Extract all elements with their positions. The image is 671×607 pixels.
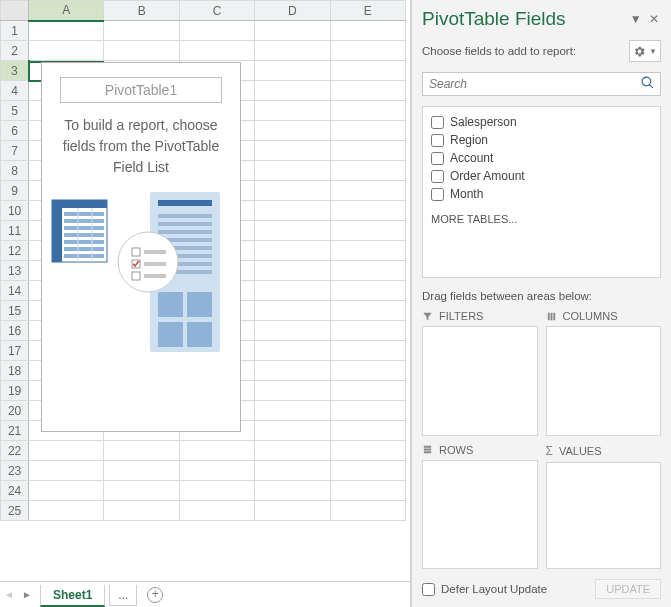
row-header[interactable]: 18 — [1, 361, 29, 381]
columns-dropzone[interactable] — [546, 326, 662, 436]
cell[interactable] — [330, 281, 405, 301]
field-search-box[interactable] — [422, 72, 661, 96]
cell[interactable] — [330, 421, 405, 441]
cell[interactable] — [330, 221, 405, 241]
cell[interactable] — [255, 381, 330, 401]
cell[interactable] — [330, 381, 405, 401]
cell[interactable] — [330, 401, 405, 421]
sheet-tab-active[interactable]: Sheet1 — [40, 585, 105, 607]
cell[interactable] — [255, 81, 330, 101]
cell[interactable] — [179, 501, 254, 521]
cell[interactable] — [255, 321, 330, 341]
col-header[interactable]: B — [104, 1, 179, 21]
cell[interactable] — [104, 441, 179, 461]
cell[interactable] — [330, 441, 405, 461]
cell[interactable] — [29, 481, 104, 501]
field-checkbox[interactable] — [431, 188, 444, 201]
cell[interactable] — [179, 21, 254, 41]
rows-dropzone[interactable] — [422, 460, 538, 570]
row-header[interactable]: 21 — [1, 421, 29, 441]
field-checkbox[interactable] — [431, 116, 444, 129]
search-icon[interactable] — [641, 76, 654, 92]
cell[interactable] — [29, 441, 104, 461]
cell[interactable] — [330, 181, 405, 201]
field-checkbox[interactable] — [431, 152, 444, 165]
tab-nav-prev-icon[interactable]: ◄ — [0, 589, 18, 600]
cell[interactable] — [29, 21, 104, 41]
cell[interactable] — [179, 481, 254, 501]
cell[interactable] — [255, 461, 330, 481]
row-header[interactable]: 6 — [1, 121, 29, 141]
row-header[interactable]: 23 — [1, 461, 29, 481]
cell[interactable] — [104, 481, 179, 501]
row-header[interactable]: 10 — [1, 201, 29, 221]
field-item[interactable]: Salesperson — [431, 113, 652, 131]
more-tables-link[interactable]: MORE TABLES... — [431, 213, 652, 225]
cell[interactable] — [255, 401, 330, 421]
new-sheet-button[interactable]: + — [147, 587, 163, 603]
cell[interactable] — [255, 501, 330, 521]
row-header[interactable]: 25 — [1, 501, 29, 521]
cell[interactable] — [255, 301, 330, 321]
search-input[interactable] — [429, 77, 641, 91]
cell[interactable] — [330, 41, 405, 61]
cell[interactable] — [255, 121, 330, 141]
cell[interactable] — [29, 501, 104, 521]
row-header[interactable]: 4 — [1, 81, 29, 101]
row-header[interactable]: 3 — [1, 61, 29, 81]
cell[interactable] — [104, 461, 179, 481]
col-header[interactable]: C — [179, 1, 254, 21]
defer-layout-checkbox[interactable]: Defer Layout Update — [422, 583, 547, 596]
filters-dropzone[interactable] — [422, 326, 538, 436]
cell[interactable] — [330, 141, 405, 161]
cell[interactable] — [330, 321, 405, 341]
cell[interactable] — [330, 81, 405, 101]
cell[interactable] — [255, 421, 330, 441]
cell[interactable] — [330, 101, 405, 121]
fields-layout-button[interactable]: ▼ — [629, 40, 661, 62]
row-header[interactable]: 22 — [1, 441, 29, 461]
cell[interactable] — [104, 501, 179, 521]
row-header[interactable]: 13 — [1, 261, 29, 281]
cell[interactable] — [330, 161, 405, 181]
col-header[interactable]: A — [29, 1, 104, 21]
field-item[interactable]: Month — [431, 185, 652, 203]
cell[interactable] — [255, 21, 330, 41]
cell[interactable] — [255, 101, 330, 121]
sheet-tab-overflow[interactable]: ... — [109, 585, 137, 606]
cell[interactable] — [255, 241, 330, 261]
pane-close-icon[interactable]: ✕ — [649, 12, 661, 26]
cell[interactable] — [255, 181, 330, 201]
cell[interactable] — [330, 241, 405, 261]
cell[interactable] — [104, 21, 179, 41]
cell[interactable] — [255, 441, 330, 461]
cell[interactable] — [255, 61, 330, 81]
cell[interactable] — [255, 161, 330, 181]
row-header[interactable]: 8 — [1, 161, 29, 181]
field-item[interactable]: Account — [431, 149, 652, 167]
cell[interactable] — [179, 441, 254, 461]
row-header[interactable]: 2 — [1, 41, 29, 61]
cell[interactable] — [179, 461, 254, 481]
row-header[interactable]: 5 — [1, 101, 29, 121]
pane-dropdown-icon[interactable]: ▼ — [630, 12, 644, 26]
cell[interactable] — [255, 341, 330, 361]
cell[interactable] — [104, 41, 179, 61]
row-header[interactable]: 9 — [1, 181, 29, 201]
col-header[interactable]: D — [255, 1, 330, 21]
field-item[interactable]: Order Amount — [431, 167, 652, 185]
cell[interactable] — [330, 481, 405, 501]
row-header[interactable]: 24 — [1, 481, 29, 501]
cell[interactable] — [255, 361, 330, 381]
cell[interactable] — [330, 501, 405, 521]
cell[interactable] — [330, 301, 405, 321]
row-header[interactable]: 14 — [1, 281, 29, 301]
row-header[interactable]: 17 — [1, 341, 29, 361]
cell[interactable] — [330, 461, 405, 481]
cell[interactable] — [330, 341, 405, 361]
cell[interactable] — [255, 141, 330, 161]
field-checkbox[interactable] — [431, 170, 444, 183]
cell[interactable] — [330, 21, 405, 41]
row-header[interactable]: 20 — [1, 401, 29, 421]
cell[interactable] — [255, 201, 330, 221]
